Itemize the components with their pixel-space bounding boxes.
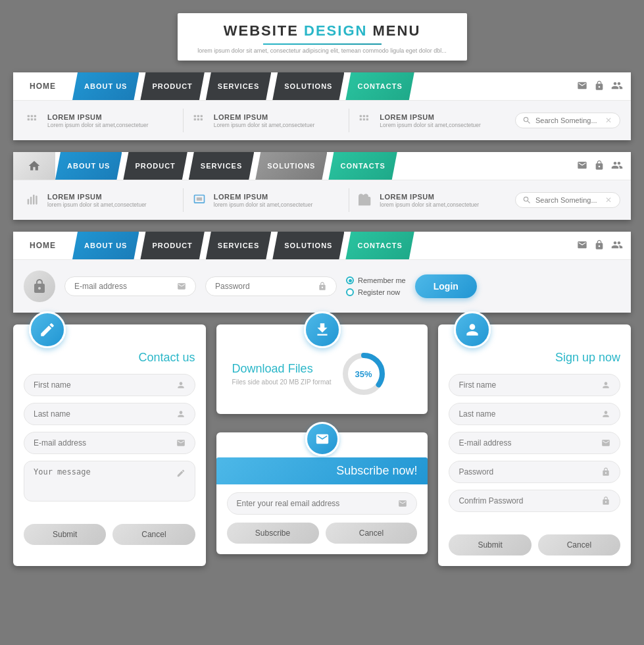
widget-1: LOREM IPSUM Lorem ipsum dolor sit amet,c… — [24, 111, 176, 130]
subscribe-cancel-button[interactable]: Cancel — [326, 523, 418, 544]
register-label[interactable]: Register now — [346, 288, 406, 296]
password-input[interactable] — [215, 282, 312, 291]
widget-3: LOREM IPSUM Lorem ipsum dolor sit amet,c… — [356, 111, 508, 130]
mail-icon-3[interactable] — [577, 240, 587, 252]
signup-confirm-input[interactable] — [458, 496, 596, 505]
password-field — [205, 276, 337, 296]
nav-home-1[interactable]: HOME — [13, 72, 72, 100]
svg-rect-12 — [360, 115, 362, 117]
signup-password-input[interactable] — [458, 467, 596, 477]
signup-cancel-button[interactable]: Cancel — [538, 534, 620, 555]
nav-product-3[interactable]: PRODUCT — [140, 232, 204, 259]
nav-contacts-2[interactable]: CONTACTS — [328, 152, 397, 180]
lock-icon-2[interactable] — [594, 160, 605, 172]
mail-icon[interactable] — [577, 80, 587, 93]
nav-solutions-2[interactable]: SOLUTIONS — [255, 152, 327, 180]
svg-rect-0 — [28, 115, 30, 117]
subscribe-email-input[interactable] — [237, 499, 393, 508]
mail-icon-signup — [601, 438, 610, 448]
contact-icon-circle — [29, 311, 66, 348]
download-panel: Download Files Files side about 20 MB ZI… — [216, 324, 428, 414]
search-clear-2[interactable]: ✕ — [605, 195, 612, 205]
signup-email-input[interactable] — [458, 438, 596, 448]
search-input-2[interactable] — [535, 196, 601, 204]
widget-3-desc: Lorem ipsum dolor sit amet,consectetuer — [380, 122, 508, 128]
lock-icon-signup — [601, 467, 610, 477]
user-icon — [176, 380, 186, 390]
users-icon-3[interactable] — [611, 239, 623, 253]
search-icon-1 — [522, 116, 532, 125]
contact-submit-button[interactable]: Submit — [24, 524, 106, 545]
nav-home-icon-2[interactable] — [13, 152, 55, 180]
remember-label[interactable]: Remember me — [346, 276, 406, 284]
email-icon — [177, 282, 186, 291]
login-button[interactable]: Login — [415, 274, 477, 298]
signup-lastname-field — [449, 403, 620, 425]
svg-rect-3 — [28, 118, 30, 120]
download-icon-circle — [304, 311, 341, 348]
nav-product-2[interactable]: PRODUCT — [123, 152, 187, 180]
user-icon-3 — [601, 380, 610, 390]
home-icon — [28, 159, 41, 172]
svg-rect-23 — [197, 197, 202, 201]
page-subtitle: lorem ipsum dolor sit amet, consectetur … — [191, 47, 454, 54]
lock-icon[interactable] — [594, 80, 605, 93]
contact-panel: Contact us Submit Cancel — [13, 324, 206, 566]
contact-cancel-button[interactable]: Cancel — [112, 524, 195, 545]
lock-icon-3[interactable] — [594, 240, 605, 252]
search-input-1[interactable] — [535, 116, 601, 124]
register-radio[interactable] — [346, 288, 354, 296]
widget-2: LOREM IPSUM Lorem ipsum dolor sit amet,c… — [190, 111, 343, 130]
search-box-1: ✕ — [515, 113, 620, 128]
svg-rect-10 — [197, 118, 199, 120]
svg-rect-15 — [360, 118, 362, 120]
contact-email-input[interactable] — [34, 438, 171, 448]
remember-radio[interactable] — [346, 276, 354, 284]
nav-product-1[interactable]: PRODUCT — [140, 72, 204, 100]
title-highlight: DESIGN — [304, 22, 367, 39]
nav-services-3[interactable]: SERVICES — [206, 232, 271, 259]
widget-divider-4 — [349, 188, 349, 212]
nav-contacts-1[interactable]: CONTACTS — [345, 72, 414, 100]
email-input[interactable] — [74, 282, 172, 291]
svg-rect-9 — [193, 118, 195, 120]
subscribe-title: Subscribe now! — [336, 464, 417, 478]
nav-about-1[interactable]: ABOUT US — [72, 72, 139, 100]
svg-rect-11 — [200, 118, 202, 120]
svg-rect-7 — [197, 115, 199, 117]
nav-solutions-3[interactable]: SOLUTIONS — [272, 232, 344, 259]
signup-password-field — [449, 461, 620, 483]
signup-firstname-field — [449, 374, 620, 396]
users-icon[interactable] — [611, 80, 623, 93]
widget-1-desc: Lorem ipsum dolor sit amet,consectetuer — [47, 122, 176, 128]
nav-home-3[interactable]: HOME — [13, 232, 72, 259]
nav-contacts-3[interactable]: CONTACTS — [345, 232, 414, 259]
subscribe-mail-icon-2 — [398, 499, 407, 508]
widget-2-desc: Lorem ipsum dolor sit amet,consectetuer — [214, 122, 343, 128]
navbar-2: ABOUT US PRODUCT SERVICES SOLUTIONS CONT… — [13, 152, 631, 220]
nav-about-3[interactable]: ABOUT US — [72, 232, 139, 259]
svg-rect-1 — [31, 115, 33, 117]
users-icon-2[interactable] — [611, 159, 623, 173]
nav-services-2[interactable]: SERVICES — [189, 152, 254, 180]
firstname-input[interactable] — [34, 380, 171, 390]
nav-services-1[interactable]: SERVICES — [206, 72, 271, 100]
subscribe-button[interactable]: Subscribe — [227, 523, 319, 544]
mail-icon-2[interactable] — [577, 160, 587, 172]
message-input[interactable] — [34, 467, 171, 495]
svg-rect-17 — [366, 118, 368, 120]
nav-about-2[interactable]: ABOUT US — [55, 152, 122, 180]
search-clear-1[interactable]: ✕ — [605, 116, 612, 125]
svg-rect-14 — [366, 115, 368, 117]
lock-circle — [24, 271, 55, 302]
signup-firstname-input[interactable] — [458, 380, 596, 390]
navbar-3: HOME ABOUT US PRODUCT SERVICES SOLUTIONS… — [13, 232, 631, 313]
signup-lastname-input[interactable] — [458, 409, 596, 419]
lastname-input[interactable] — [34, 409, 171, 419]
password-icon — [318, 282, 327, 291]
nav-solutions-1[interactable]: SOLUTIONS — [272, 72, 344, 100]
signup-submit-button[interactable]: Submit — [449, 534, 531, 555]
navbar-1: HOME ABOUT US PRODUCT SERVICES SOLUTIONS… — [13, 72, 631, 140]
svg-rect-5 — [34, 118, 36, 120]
lock-icon-confirm — [601, 496, 610, 505]
